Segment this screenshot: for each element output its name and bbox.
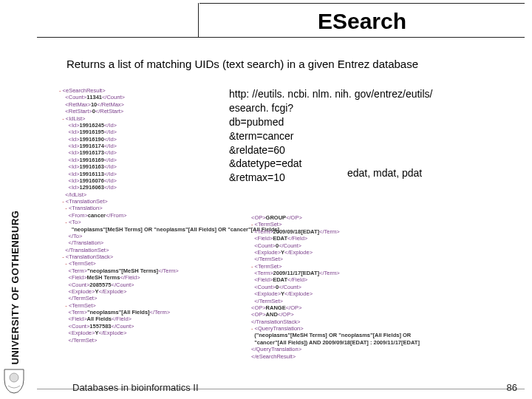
xml-line: <Term>"neoplasms"[MeSH Terms]</Term> bbox=[59, 267, 279, 274]
svg-point-0 bbox=[10, 373, 18, 382]
header-rule-top bbox=[200, 3, 525, 4]
xml-line: - <To> bbox=[59, 219, 279, 225]
xml-line: <Field>EDAT</Field> bbox=[251, 235, 420, 242]
xml-output-right: <OP>GROUP</OP>- <TermSet> <Term>2009/09/… bbox=[251, 214, 420, 360]
course-name: Databases in bioinformatics II bbox=[72, 382, 199, 393]
xml-line: - <QueryTranslation> bbox=[251, 325, 420, 332]
xml-line: <Count>2085575</Count> bbox=[59, 282, 279, 288]
xml-line: <Id>12916063</Id> bbox=[59, 184, 279, 191]
url-line-1: http: //eutils. ncbi. nlm. nih. gov/entr… bbox=[229, 87, 502, 101]
xml-line: <Term>"neoplasms"[All Fields]</Term> bbox=[59, 309, 279, 316]
sidebar: UNIVERSITY OF GOTHENBURG bbox=[0, 0, 30, 399]
xml-line: <Field>MeSH Terms</Field> bbox=[59, 274, 279, 281]
header-divider bbox=[198, 3, 199, 37]
page-number: 86 bbox=[507, 382, 517, 393]
header: ESearch bbox=[30, 0, 532, 52]
xml-line: - <TranslationSet> bbox=[59, 198, 279, 205]
xml-line: </TranslationSet> bbox=[59, 247, 279, 253]
page-title: ESearch bbox=[200, 9, 525, 34]
xml-line: <OP>RANGE</OP> bbox=[251, 304, 420, 311]
url-line-2: esearch. fcgi? bbox=[229, 101, 502, 115]
university-crest-icon bbox=[3, 368, 25, 395]
xml-line: </To> bbox=[59, 233, 279, 239]
xml-line: - <TermSet> bbox=[251, 221, 420, 228]
xml-line: <Term>2009/11/17[EDAT]</Term> bbox=[251, 270, 420, 276]
xml-line: <OP>AND</OP> bbox=[251, 311, 420, 318]
xml-line: <OP>GROUP</OP> bbox=[251, 214, 420, 221]
xml-line: - <TranslationStack> bbox=[59, 253, 279, 260]
university-name: UNIVERSITY OF GOTHENBURG bbox=[10, 210, 21, 364]
xml-line: <Field>All Fields</Field> bbox=[59, 316, 279, 322]
xml-line: <Explode>Y</Explode> bbox=[59, 288, 279, 295]
xml-line: <Count>1557583</Count> bbox=[59, 323, 279, 330]
xml-line: - <Translation> bbox=[59, 205, 279, 211]
xml-line: - <TermSet> bbox=[59, 260, 279, 267]
subtitle: Returns a list of matching UIDs (text se… bbox=[66, 58, 418, 70]
xml-line: <Explode>Y</Explode> bbox=[59, 330, 279, 336]
xml-line: - <TermSet> bbox=[251, 263, 420, 270]
xml-line: <From>cancer</From> bbox=[59, 212, 279, 219]
xml-line: </Translation> bbox=[59, 239, 279, 246]
xml-line: </TermSet> bbox=[251, 256, 420, 262]
xml-line: </TranslationStack> bbox=[251, 318, 420, 325]
xml-line: <Explode>Y</Explode> bbox=[251, 290, 420, 297]
xml-line: </TermSet> bbox=[251, 298, 420, 304]
xml-line: <Term>2009/09/18[EDAT]</Term> bbox=[251, 228, 420, 235]
xml-line: <Count>0</Count> bbox=[251, 284, 420, 290]
xml-line: </eSearchResult> bbox=[251, 353, 420, 360]
xml-line: <Explode>Y</Explode> bbox=[251, 249, 420, 256]
xml-line: </TermSet> bbox=[59, 295, 279, 301]
url-line-3: db=pubmed bbox=[229, 115, 502, 129]
url-line-5: &reldate=60 bbox=[229, 143, 502, 157]
xml-line: <Count>0</Count> bbox=[251, 242, 420, 249]
xml-line: </TermSet> bbox=[59, 337, 279, 344]
xml-line: </QueryTranslation> bbox=[251, 346, 420, 352]
header-rule-bottom bbox=[37, 37, 525, 38]
xml-line: "neoplasms"[MeSH Terms] OR "neoplasms"[A… bbox=[59, 226, 279, 233]
xml-line: <Field>EDAT</Field> bbox=[251, 276, 420, 283]
xml-line: "cancer"[All Fields]) AND 2009/09/18[EDA… bbox=[251, 339, 420, 346]
url-line-4: &term=cancer bbox=[229, 129, 502, 143]
xml-line: - <TermSet> bbox=[59, 302, 279, 309]
xml-line: </IdList> bbox=[59, 191, 279, 198]
xml-line: ("neoplasms"[MeSH Terms] OR "neoplasms"[… bbox=[251, 332, 420, 338]
datetype-annotation: edat, mdat, pdat bbox=[347, 167, 422, 179]
